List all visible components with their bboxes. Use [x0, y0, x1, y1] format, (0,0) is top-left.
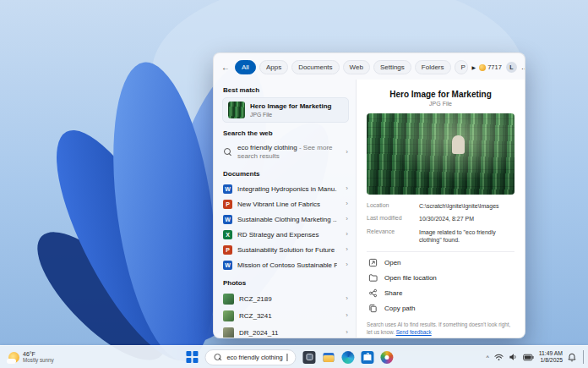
preview-title: Hero Image for Marketing: [367, 90, 514, 99]
preview-file-type: JPG File: [367, 101, 514, 107]
photo-thumbnail: [223, 310, 234, 321]
word-icon: W: [223, 261, 232, 270]
preview-image[interactable]: [367, 113, 514, 195]
web-query: eco friendly clothing: [237, 144, 297, 151]
document-result[interactable]: W Sustainable Clothing Marketing ... ›: [222, 211, 349, 227]
file-relevance: Image related to "eco friendly clothing"…: [419, 228, 514, 244]
best-match-header: Best match: [223, 86, 349, 94]
tab-all[interactable]: All: [235, 60, 256, 74]
document-result[interactable]: P Sustainability Solution for Future ...…: [222, 242, 349, 257]
chevron-right-icon[interactable]: ›: [346, 216, 348, 222]
account-avatar[interactable]: L: [506, 62, 517, 73]
excel-icon: X: [223, 230, 232, 239]
share-icon: [368, 288, 378, 298]
word-icon: W: [223, 215, 232, 224]
file-metadata: Location C:\scratch\Ignite\Ignite\Images…: [367, 202, 514, 244]
ai-disclaimer: Search uses AI to find results. If somet…: [367, 316, 514, 337]
photo-result[interactable]: RCZ_3241 ›: [222, 307, 349, 324]
tab-documents[interactable]: Documents: [291, 60, 339, 74]
volume-icon[interactable]: [509, 353, 518, 361]
best-match-result[interactable]: Hero Image for Marketing JPG File: [222, 97, 349, 123]
system-tray: ^ 11:49 AM 1/8/2025: [486, 346, 585, 368]
rewards-points[interactable]: 7717: [479, 63, 502, 71]
copy-icon: [368, 304, 378, 313]
file-explorer-button[interactable]: [323, 351, 335, 364]
web-search-result[interactable]: eco friendly clothing - See more search …: [222, 140, 349, 163]
task-view-button[interactable]: [303, 351, 316, 364]
result-thumbnail: [228, 102, 245, 118]
weather-icon: [8, 352, 19, 363]
tab-apps[interactable]: Apps: [259, 60, 288, 74]
tab-folders[interactable]: Folders: [415, 60, 451, 74]
document-result[interactable]: P New Vibrant Line of Fabrics ›: [222, 196, 349, 211]
chevron-right-icon[interactable]: ›: [346, 149, 348, 156]
tab-photos-clipped[interactable]: P: [455, 60, 468, 74]
chevron-right-icon[interactable]: ›: [346, 261, 348, 268]
documents-header: Documents: [223, 170, 349, 178]
tab-settings[interactable]: Settings: [373, 60, 411, 74]
photo-result[interactable]: DR_2024_11 ›: [222, 324, 349, 338]
battery-icon[interactable]: [523, 354, 534, 361]
photo-result[interactable]: RCZ_2189 ›: [222, 290, 349, 307]
more-options-icon[interactable]: …: [521, 65, 525, 69]
back-icon[interactable]: ←: [221, 63, 230, 72]
file-modified-date: 10/30/2024, 8:27 PM: [419, 215, 514, 222]
tabs-overflow-icon[interactable]: ▶: [472, 64, 476, 70]
rewards-icon: [479, 64, 486, 71]
result-subtitle: JPG File: [250, 112, 331, 118]
chevron-right-icon[interactable]: ›: [346, 329, 348, 336]
copy-path-button[interactable]: Copy path: [367, 301, 514, 316]
word-icon: W: [223, 184, 232, 194]
share-button[interactable]: Share: [367, 286, 514, 301]
taskbar-clock[interactable]: 11:49 AM 1/8/2025: [539, 350, 563, 365]
photo-thumbnail: [223, 327, 234, 338]
start-button[interactable]: [186, 351, 198, 363]
photo-thumbnail: [223, 294, 234, 305]
chevron-right-icon[interactable]: ›: [346, 246, 348, 253]
file-location: C:\scratch\Ignite\Ignite\Images: [419, 202, 514, 210]
result-preview-pane: Hero Image for Marketing JPG File Locati…: [356, 80, 525, 338]
edge-browser-button[interactable]: [342, 351, 355, 364]
result-title: Hero Image for Marketing: [250, 102, 331, 111]
weather-widget[interactable]: 46°F Mostly sunny: [5, 346, 57, 368]
chevron-right-icon[interactable]: ›: [346, 312, 348, 319]
search-results-list: Best match Hero Image for Marketing JPG …: [214, 80, 356, 338]
document-result[interactable]: W Integrating Hydroponics in Manu... ›: [222, 181, 349, 196]
powerpoint-icon: P: [223, 200, 232, 209]
rewards-count: 7717: [487, 63, 502, 71]
document-result[interactable]: X RD Strategy and Expenses ›: [222, 227, 349, 242]
weather-temp: 46°F: [23, 351, 54, 357]
tab-web[interactable]: Web: [343, 60, 370, 74]
search-icon: [213, 353, 222, 362]
chevron-right-icon[interactable]: ›: [346, 200, 348, 207]
chevron-right-icon[interactable]: ›: [346, 185, 348, 192]
weather-condition: Mostly sunny: [23, 357, 54, 363]
tray-expand-icon[interactable]: ^: [486, 354, 488, 360]
open-button[interactable]: Open: [367, 255, 514, 271]
document-result[interactable]: W Mission of Contoso Sustainable F... ›: [222, 257, 349, 272]
search-filter-bar: ← All Apps Documents Web Settings Folder…: [214, 53, 525, 80]
photos-header: Photos: [223, 279, 349, 287]
search-icon: [223, 147, 232, 157]
show-desktop-button[interactable]: [583, 350, 585, 364]
photos-app-button[interactable]: [381, 351, 394, 364]
search-query-text: eco friendly clothing: [226, 354, 282, 361]
powerpoint-icon: P: [223, 245, 232, 255]
search-flyout-panel: ← All Apps Documents Web Settings Folder…: [213, 52, 525, 338]
microsoft-store-button[interactable]: [362, 351, 374, 364]
text-caret: [287, 354, 288, 361]
person-silhouette: [451, 136, 466, 154]
chevron-right-icon[interactable]: ›: [346, 231, 348, 238]
search-web-header: Search the web: [223, 129, 349, 137]
notification-bell-icon[interactable]: [568, 353, 576, 362]
chevron-right-icon[interactable]: ›: [346, 295, 348, 302]
open-file-location-button[interactable]: Open file location: [367, 271, 514, 286]
folder-icon: [368, 273, 378, 283]
taskbar: 46°F Mostly sunny eco friendly clothing …: [0, 345, 588, 368]
wifi-icon[interactable]: [494, 353, 504, 361]
send-feedback-link[interactable]: Send feedback: [396, 329, 432, 335]
taskbar-search-input[interactable]: eco friendly clothing: [204, 349, 296, 365]
open-icon: [368, 258, 378, 267]
divider: [367, 251, 514, 252]
